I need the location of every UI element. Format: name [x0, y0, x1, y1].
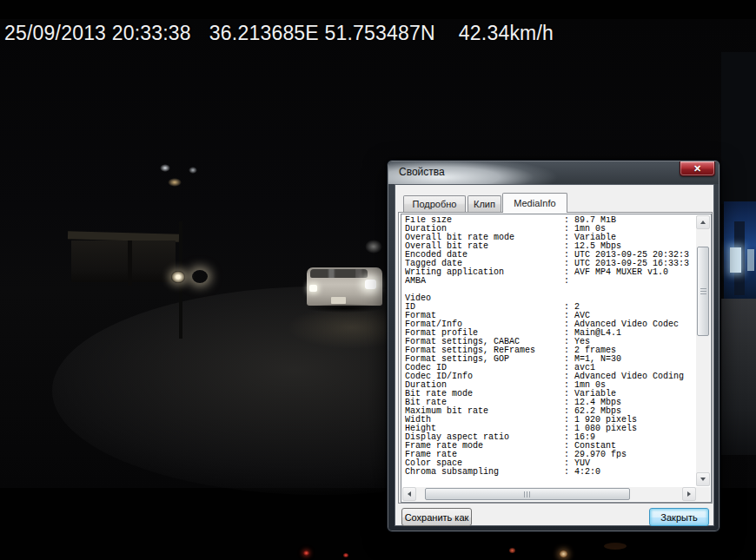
scroll-left-button[interactable]	[402, 487, 416, 501]
van-reverse-light-left	[309, 285, 317, 292]
screenshot-root: 25/09/2013 20:33:3836.213685E 51.753487N…	[0, 0, 756, 560]
vertical-scrollbar[interactable]	[696, 215, 710, 486]
street-light	[189, 167, 197, 174]
tail-light	[303, 550, 309, 556]
tab-podrobno[interactable]: Подробно	[403, 195, 466, 212]
kiosk-light	[171, 271, 185, 283]
kiosk-light	[192, 270, 208, 283]
roadside-building-wall	[71, 240, 176, 282]
scroll-up-button[interactable]	[696, 215, 710, 229]
tab-klip[interactable]: Клип	[468, 195, 501, 212]
dialog-title: Свойства	[399, 166, 445, 178]
mediainfo-row: ID: 2	[405, 303, 698, 312]
mediainfo-row: Bit rate mode: Variable	[405, 390, 698, 399]
overlay-coordinates: 36.213685E 51.753487N	[209, 22, 435, 45]
mediainfo-row: Chroma subsampling: 4:2:0	[405, 468, 698, 477]
kiosk-dim-window	[747, 249, 754, 271]
horizontal-scrollbar-thumb[interactable]	[425, 488, 630, 500]
save-as-button[interactable]: Сохранить как	[401, 508, 472, 526]
dialog-client-area: Подробно Клип MediaInfo File size: 89.7 …	[395, 184, 714, 526]
mediainfo-row: File size: 89.7 MiB	[405, 216, 698, 225]
tail-light	[509, 548, 515, 553]
vertical-scrollbar-thumb[interactable]	[697, 247, 709, 336]
mediainfo-row	[405, 286, 698, 294]
up-arrow-icon	[700, 221, 706, 224]
van-reverse-light-right	[365, 280, 376, 289]
scrollbar-grip-icon	[524, 491, 531, 497]
tab-mediainfo[interactable]: MediaInfo	[502, 193, 567, 213]
horizontal-scrollbar[interactable]	[402, 487, 696, 501]
street-light	[160, 164, 170, 172]
overlay-speed: 42.34km/h	[459, 22, 554, 45]
mediainfo-row: Video	[405, 294, 698, 303]
scrollbar-corner	[696, 487, 710, 501]
roadside-building-post	[128, 240, 132, 286]
street-light	[168, 178, 182, 187]
scroll-right-button[interactable]	[682, 487, 696, 501]
mediainfo-row: Format settings, GOP: M=1, N=30	[405, 355, 698, 364]
mediainfo-row: AMBA:	[405, 277, 698, 286]
distant-orange-glow	[604, 543, 627, 550]
close-dialog-button[interactable]: Закрыть	[649, 508, 709, 526]
scroll-down-button[interactable]	[696, 472, 710, 486]
left-arrow-icon	[408, 491, 411, 497]
close-icon: ✕	[693, 164, 701, 174]
van-rear-window	[310, 269, 368, 278]
van-shadow	[307, 304, 382, 313]
billboard-glow	[365, 240, 382, 254]
tail-light	[560, 550, 567, 557]
dashcam-overlay: 25/09/2013 20:33:3836.213685E 51.753487N…	[4, 21, 554, 45]
right-building	[721, 52, 756, 204]
right-arrow-icon	[687, 491, 691, 497]
scrollbar-grip-icon	[700, 288, 706, 295]
kiosk-bright-window	[730, 247, 741, 273]
properties-dialog: Свойства ✕ Подробно Клип MediaInfo File …	[387, 160, 720, 532]
tail-light	[343, 553, 348, 557]
mediainfo-row: Writing application: AVF MP4 MUXER v1.0	[405, 268, 698, 277]
mediainfo-tab-page: File size: 89.7 MiBDuration: 1mn 0sOvera…	[398, 212, 713, 504]
mediainfo-row: Codec ID/Info: Advanced Video Coding	[405, 372, 698, 381]
van-license-plate	[331, 297, 346, 304]
down-arrow-icon	[700, 478, 706, 481]
right-sidewalk	[721, 299, 756, 455]
close-button[interactable]: ✕	[680, 161, 715, 176]
mediainfo-content: File size: 89.7 MiBDuration: 1mn 0sOvera…	[405, 216, 698, 484]
mediainfo-text-pane: File size: 89.7 MiBDuration: 1mn 0sOvera…	[401, 214, 712, 503]
mediainfo-row: Width: 1 920 pixels	[405, 416, 698, 425]
overlay-datetime: 25/09/2013 20:33:38	[4, 22, 191, 45]
mediainfo-row: Maximum bit rate: 62.2 Mbps	[405, 407, 698, 416]
dialog-titlebar[interactable]: Свойства	[388, 161, 719, 184]
